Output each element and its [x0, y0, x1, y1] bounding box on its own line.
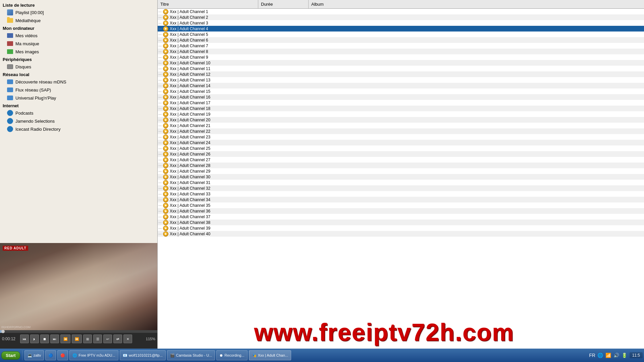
row-title: Xxx | Adult Channel 20 — [169, 118, 379, 122]
sidebar-item-icecast[interactable]: Icecast Radio Directory — [0, 125, 157, 133]
playlist-row[interactable]: — ▶ Xxx | Adult Channel 10 — [158, 60, 644, 66]
loop-button[interactable]: ↩ — [103, 335, 112, 343]
playlist-row[interactable]: — ▶ Xxx | Adult Channel 3 — [158, 20, 644, 26]
sidebar-item-sap[interactable]: Flux réseau (SAP) — [0, 86, 157, 94]
playlist-row[interactable]: — ▶ Xxx | Adult Channel 37 — [158, 214, 644, 220]
row-title: Xxx | Adult Channel 12 — [169, 72, 379, 77]
playlist-row[interactable]: — ▶ Xxx | Adult Channel 1 — [158, 9, 644, 14]
audio-icon[interactable]: 🔊 — [613, 352, 620, 358]
frame-prev-button[interactable]: ⏪ — [60, 335, 70, 343]
playlist-row[interactable]: — ▶ Xxx | Adult Channel 35 — [158, 202, 644, 208]
sidebar-item-playlist[interactable]: Playlist [00:00] — [0, 8, 157, 16]
sidebar-item-musique[interactable]: Ma musique — [0, 40, 157, 48]
col-header-duree[interactable]: Durée — [258, 0, 309, 8]
start-button[interactable]: Start — [1, 351, 20, 360]
playlist-row[interactable]: — ▶ Xxx | Adult Channel 2 — [158, 14, 644, 20]
playlist-row[interactable]: — ▶ Xxx | Adult Channel 32 — [158, 185, 644, 191]
taskbar-btn-recording[interactable]: ⏺ Recording... — [216, 350, 247, 360]
playlist-row[interactable]: — ▶ Xxx | Adult Channel 14 — [158, 83, 644, 88]
view-button[interactable]: ⊞ — [83, 335, 92, 343]
play-button[interactable]: ⏵ — [30, 335, 39, 343]
taskbar-btn-2[interactable]: 🔵 — [45, 350, 56, 360]
taskbar-btn-camtasia[interactable]: 🎬 Camtasia Studio - U... — [167, 350, 215, 360]
playlist-row[interactable]: — ▶ Xxx | Adult Channel 22 — [158, 128, 644, 134]
lang-icon[interactable]: FR — [589, 352, 595, 358]
playlist-row[interactable]: — ▶ Xxx | Adult Channel 16 — [158, 94, 644, 100]
playlist-row[interactable]: — ▶ Xxx | Adult Channel 21 — [158, 123, 644, 128]
frame-next-button[interactable]: ⏩ — [72, 335, 82, 343]
playlist-row[interactable]: — ▶ Xxx | Adult Channel 39 — [158, 225, 644, 231]
extra-button[interactable]: ✕ — [123, 335, 132, 343]
col-header-titre[interactable]: Titre — [158, 0, 258, 8]
playlist-row[interactable]: — ▶ Xxx | Adult Channel 6 — [158, 37, 644, 43]
row-channel-icon: ▶ — [162, 20, 169, 26]
playlist-row[interactable]: — ▶ Xxx | Adult Channel 4 — [158, 26, 644, 32]
playlist-row[interactable]: — ▶ Xxx | Adult Channel 27 — [158, 157, 644, 163]
sidebar-item-disques[interactable]: Disques — [0, 63, 157, 71]
playlist-row[interactable]: — ▶ Xxx | Adult Channel 8 — [158, 49, 644, 54]
playlist-toggle-button[interactable]: ☰ — [93, 335, 102, 343]
progress-bar[interactable] — [0, 330, 157, 333]
taskbar-btn-zaltv[interactable]: 💻 zaltv — [24, 350, 44, 360]
row-title: Xxx | Adult Channel 21 — [169, 123, 379, 128]
shuffle-button[interactable]: ⇄ — [113, 335, 122, 343]
row-drag-handle: — — [158, 15, 162, 19]
row-title: Xxx | Adult Channel 16 — [169, 95, 379, 100]
taskbar-btn-email[interactable]: 📧 wolf11010221@ftp... — [120, 350, 166, 360]
playlist-row[interactable]: — ▶ Xxx | Adult Channel 23 — [158, 134, 644, 140]
sidebar-item-mediatheque[interactable]: Médiathèque — [0, 16, 157, 24]
sidebar-item-podcasts[interactable]: Podcasts — [0, 109, 157, 117]
taskbar: Start 💻 zaltv 🔵 🔴 🌐 Free IPTV m3u ADU...… — [0, 349, 644, 362]
playlist-row[interactable]: — ▶ Xxx | Adult Channel 7 — [158, 43, 644, 49]
row-title: Xxx | Adult Channel 34 — [169, 197, 379, 202]
playlist-row[interactable]: — ▶ Xxx | Adult Channel 9 — [158, 54, 644, 60]
playlist-row[interactable]: — ▶ Xxx | Adult Channel 31 — [158, 180, 644, 185]
playlist-row[interactable]: — ▶ Xxx | Adult Channel 5 — [158, 32, 644, 37]
playlist-row[interactable]: — ▶ Xxx | Adult Channel 11 — [158, 66, 644, 71]
playlist-row[interactable]: — ▶ Xxx | Adult Channel 20 — [158, 117, 644, 123]
sidebar-item-upnp[interactable]: Universal Plug'n'Play — [0, 94, 157, 102]
taskbar-btn-xxx[interactable]: 🎭 Xxx | Adult Chan... — [249, 350, 291, 360]
playlist-row[interactable]: — ▶ Xxx | Adult Channel 18 — [158, 106, 644, 111]
podcasts-icon — [7, 110, 13, 116]
row-title: Xxx | Adult Channel 28 — [169, 163, 379, 168]
sidebar-item-videos[interactable]: Mes vidéos — [0, 32, 157, 40]
next-button[interactable]: ⏭ — [50, 335, 59, 343]
playlist-row[interactable]: — ▶ Xxx | Adult Channel 13 — [158, 77, 644, 83]
playlist-row[interactable]: — ▶ Xxx | Adult Channel 36 — [158, 208, 644, 214]
progress-handle[interactable] — [1, 330, 5, 333]
sidebar-item-jamendo[interactable]: Jamendo Selections — [0, 117, 157, 125]
sidebar-item-images[interactable]: Mes images — [0, 48, 157, 56]
playlist-row[interactable]: — ▶ Xxx | Adult Channel 17 — [158, 100, 644, 106]
network-systray-icon[interactable]: 🌐 — [597, 352, 603, 358]
playlist-row[interactable]: — ▶ Xxx | Adult Channel 28 — [158, 163, 644, 168]
playlist-row[interactable]: — ▶ Xxx | Adult Channel 24 — [158, 140, 644, 145]
wifi-icon[interactable]: 📶 — [605, 352, 611, 358]
playlist-row[interactable]: — ▶ Xxx | Adult Channel 34 — [158, 197, 644, 202]
playlist-row[interactable]: — ▶ Xxx | Adult Channel 30 — [158, 174, 644, 180]
row-channel-icon: ▶ — [162, 140, 169, 145]
taskbar-btn-iptv[interactable]: 🌐 Free IPTV m3u ADU... — [69, 350, 118, 360]
rewind-button[interactable]: ⏮ — [20, 335, 29, 343]
row-channel-icon: ▶ — [162, 43, 169, 49]
row-drag-handle: — — [158, 33, 162, 36]
playlist-row[interactable]: — ▶ Xxx | Adult Channel 29 — [158, 168, 644, 174]
row-drag-handle: — — [158, 67, 162, 70]
sidebar-item-mdns[interactable]: Découverte réseau mDNS — [0, 78, 157, 86]
col-header-album[interactable]: Album — [309, 0, 644, 8]
playlist-row[interactable]: — ▶ Xxx | Adult Channel 33 — [158, 191, 644, 197]
sidebar-musique-label: Ma musique — [15, 41, 39, 46]
playlist-row[interactable]: — ▶ Xxx | Adult Channel 15 — [158, 88, 644, 94]
playlist-row[interactable]: — ▶ Xxx | Adult Channel 19 — [158, 111, 644, 117]
playlist-row[interactable]: — ▶ Xxx | Adult Channel 12 — [158, 71, 644, 77]
battery-icon[interactable]: 🔋 — [622, 352, 628, 358]
stop-button[interactable]: ⏹ — [40, 335, 49, 343]
playlist-row[interactable]: — ▶ Xxx | Adult Channel 38 — [158, 220, 644, 225]
playlist-row[interactable]: — ▶ Xxx | Adult Channel 25 — [158, 145, 644, 151]
row-drag-handle: — — [158, 186, 162, 190]
row-drag-handle: — — [158, 124, 162, 127]
playlist-row[interactable]: — ▶ Xxx | Adult Channel 40 — [158, 231, 644, 237]
taskbar-btn-3[interactable]: 🔴 — [57, 350, 68, 360]
playlist-row[interactable]: — ▶ Xxx | Adult Channel 26 — [158, 151, 644, 157]
row-title: Xxx | Adult Channel 29 — [169, 169, 379, 174]
